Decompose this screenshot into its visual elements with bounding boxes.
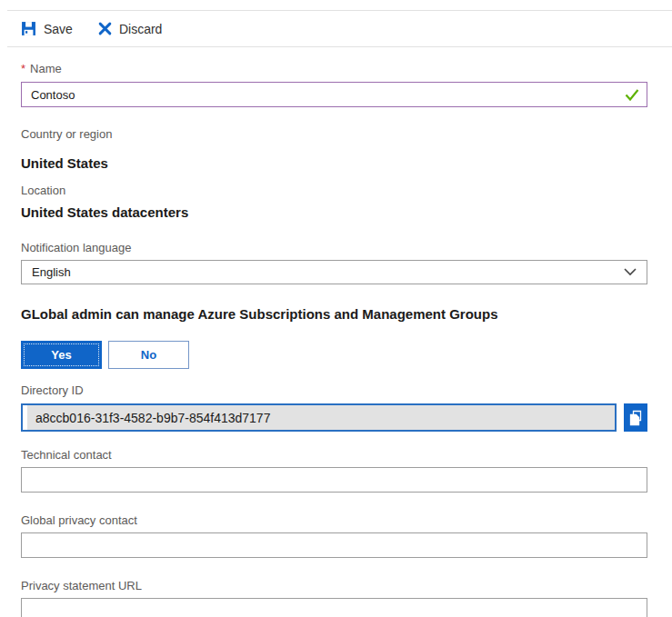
no-button[interactable]: No (108, 341, 189, 369)
required-asterisk: * (21, 62, 25, 75)
privacy-statement-url-input[interactable] (21, 598, 647, 617)
command-bar: Save Discard (7, 10, 672, 47)
discard-label: Discard (119, 22, 162, 36)
save-label: Save (44, 22, 73, 36)
valid-check-icon (625, 88, 639, 104)
notification-language-selected: English (32, 265, 71, 279)
discard-x-icon (98, 22, 112, 35)
notification-language-select[interactable]: English (21, 260, 647, 284)
location-label: Location (21, 184, 647, 197)
save-icon (21, 21, 36, 36)
name-input[interactable] (21, 82, 647, 107)
global-admin-statement: GLobal admin can manage Azure Subscripti… (21, 306, 647, 322)
copy-button[interactable] (624, 403, 647, 432)
save-button[interactable]: Save (21, 21, 73, 36)
name-label: Name (30, 62, 62, 75)
notification-language-label: Notification language (21, 241, 647, 254)
copy-icon (628, 410, 643, 426)
directory-id-label: Directory ID (21, 383, 647, 397)
discard-button[interactable]: Discard (98, 22, 162, 36)
yes-button[interactable]: Yes (21, 341, 102, 369)
global-admin-toggle: Yes No (21, 341, 647, 369)
chevron-down-icon (624, 268, 637, 276)
technical-contact-input[interactable] (21, 467, 647, 493)
country-value: United States (21, 155, 647, 172)
name-field-wrapper (21, 82, 647, 107)
global-privacy-contact-label: Global privacy contact (21, 513, 647, 527)
properties-form: * Name Country or region United States L… (0, 62, 672, 617)
country-label: Country or region (21, 127, 647, 141)
location-value: United States datacenters (21, 204, 647, 221)
directory-id-row (21, 403, 647, 432)
global-privacy-contact-input[interactable] (21, 532, 647, 558)
directory-id-input[interactable] (21, 403, 617, 432)
name-label-row: * Name (21, 62, 647, 75)
privacy-statement-url-label: Privacy statement URL (21, 579, 647, 592)
technical-contact-label: Technical contact (21, 448, 647, 462)
